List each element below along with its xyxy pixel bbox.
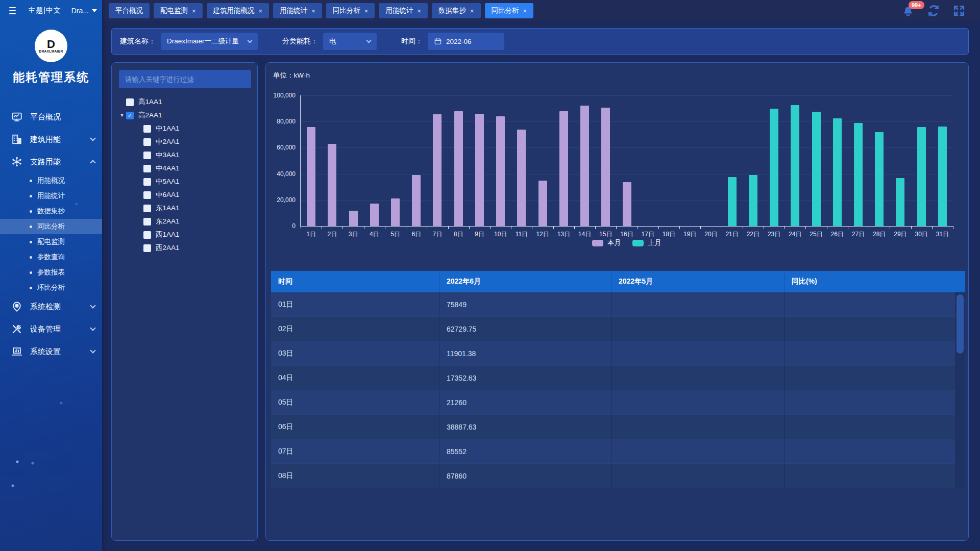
sidebar-subitem-参数报表[interactable]: 参数报表	[0, 265, 102, 280]
table-row[interactable]: 01日75849	[271, 292, 965, 317]
bar-本月-16日[interactable]	[623, 182, 631, 226]
sidebar-item-设备管理[interactable]: 设备管理	[0, 318, 102, 340]
bar-上月-23日[interactable]	[770, 109, 778, 226]
close-icon[interactable]: ×	[192, 8, 196, 14]
table-row[interactable]: 07日85552	[271, 439, 965, 464]
bar-本月-2日[interactable]	[328, 144, 336, 226]
bar-上月-22日[interactable]	[749, 175, 757, 226]
user-menu[interactable]: Dra...	[71, 7, 97, 15]
sidebar-item-支路用能[interactable]: 支路用能	[0, 151, 102, 173]
sidebar-subitem-用能概况[interactable]: 用能概况	[0, 173, 102, 188]
bar-本月-7日[interactable]	[433, 114, 442, 226]
bar-本月-1日[interactable]	[307, 127, 315, 226]
tree-node-中2AA1[interactable]: 中2AA1	[112, 135, 257, 148]
bar-上月-21日[interactable]	[728, 177, 737, 226]
bar-本月-13日[interactable]	[559, 111, 568, 226]
close-icon[interactable]: ×	[364, 8, 369, 14]
tree-expander-icon[interactable]: ▼	[118, 113, 126, 118]
sidebar-item-建筑用能[interactable]: 建筑用能	[0, 128, 102, 151]
sidebar-subitem-数据集抄[interactable]: 数据集抄	[0, 204, 102, 219]
tab-平台概况[interactable]: 平台概况	[109, 3, 150, 18]
checkbox-unchecked[interactable]	[126, 98, 134, 106]
theme-language-switch[interactable]: 主题|中文	[28, 6, 61, 15]
bar-上月-25日[interactable]	[812, 112, 821, 226]
bar-上月-24日[interactable]	[791, 105, 799, 226]
refresh-icon[interactable]	[927, 4, 940, 17]
checkbox-unchecked[interactable]	[143, 138, 151, 146]
tree-node-中3AA1[interactable]: 中3AA1	[112, 148, 257, 162]
bar-上月-27日[interactable]	[854, 123, 863, 226]
tree-node-中1AA1[interactable]: 中1AA1	[112, 122, 257, 135]
bar-上月-29日[interactable]	[896, 178, 904, 226]
bar-上月-31日[interactable]	[938, 127, 947, 226]
tab-同比分析[interactable]: 同比分析×	[485, 3, 534, 18]
checkbox-unchecked[interactable]	[143, 218, 151, 226]
checkbox-unchecked[interactable]	[143, 191, 151, 199]
bar-本月-4日[interactable]	[370, 204, 379, 226]
sidebar-subitem-参数查询[interactable]: 参数查询	[0, 249, 102, 265]
bar-上月-26日[interactable]	[833, 118, 842, 226]
checkbox-unchecked[interactable]	[143, 152, 151, 159]
bar-本月-3日[interactable]	[349, 211, 358, 226]
tree-search-input[interactable]	[119, 70, 251, 88]
close-icon[interactable]: ×	[523, 8, 527, 14]
checkbox-unchecked[interactable]	[143, 205, 151, 212]
tab-数据集抄[interactable]: 数据集抄×	[432, 3, 481, 18]
checkbox-unchecked[interactable]	[143, 244, 151, 252]
bar-上月-28日[interactable]	[875, 132, 884, 226]
bar-本月-6日[interactable]	[412, 175, 421, 226]
fullscreen-icon[interactable]	[952, 4, 966, 17]
bar-本月-9日[interactable]	[475, 114, 484, 226]
hamburger-menu-icon[interactable]	[9, 7, 16, 14]
sidebar-item-系统设置[interactable]: 系统设置	[0, 340, 102, 363]
close-icon[interactable]: ×	[311, 8, 315, 14]
table-scrollbar[interactable]	[955, 271, 965, 488]
sidebar-subitem-配电监测[interactable]: 配电监测	[0, 234, 102, 249]
tree-node-西2AA1[interactable]: 西2AA1	[112, 241, 257, 255]
notifications-bell-icon[interactable]: 99+	[901, 4, 915, 17]
table-row[interactable]: 04日17352.63	[271, 366, 965, 390]
table-row[interactable]: 05日21260	[271, 390, 965, 415]
table-row[interactable]: 03日11901.38	[271, 341, 965, 366]
bar-本月-12日[interactable]	[538, 181, 547, 226]
tab-配电监测[interactable]: 配电监测×	[154, 3, 203, 18]
building-select[interactable]: DraexImaier一二级计量	[161, 33, 258, 50]
sidebar-item-系统检测[interactable]: 系统检测	[0, 295, 102, 318]
checkbox-unchecked[interactable]	[143, 125, 151, 133]
table-row[interactable]: 06日38887.63	[271, 415, 965, 439]
bar-本月-14日[interactable]	[580, 106, 589, 226]
bar-本月-5日[interactable]	[391, 198, 400, 226]
checkbox-unchecked[interactable]	[143, 178, 151, 186]
table-scrollbar-thumb[interactable]	[957, 294, 964, 354]
tree-node-高2AA1[interactable]: ▼✓高2AA1	[112, 109, 257, 122]
tree-node-中6AA1[interactable]: 中6AA1	[112, 188, 257, 202]
checkbox-unchecked[interactable]	[143, 231, 151, 239]
bar-本月-10日[interactable]	[496, 116, 505, 226]
close-icon[interactable]: ×	[417, 8, 421, 14]
close-icon[interactable]: ×	[259, 8, 263, 14]
energy-type-select[interactable]: 电	[323, 33, 377, 50]
bar-上月-30日[interactable]	[917, 127, 926, 226]
tab-同比分析[interactable]: 同比分析×	[326, 3, 375, 18]
close-icon[interactable]: ×	[470, 8, 474, 14]
legend-item-上月[interactable]: 上月	[632, 238, 662, 247]
tree-node-中4AA1[interactable]: 中4AA1	[112, 162, 257, 175]
table-row[interactable]: 02日62729.75	[271, 317, 965, 341]
table-row[interactable]: 08日87860	[271, 464, 965, 488]
bar-本月-8日[interactable]	[454, 111, 463, 226]
sidebar-subitem-环比分析[interactable]: 环比分析	[0, 280, 102, 295]
sidebar-subitem-同比分析[interactable]: 同比分析	[0, 219, 102, 234]
tree-node-高1AA1[interactable]: 高1AA1	[112, 95, 257, 109]
legend-item-本月[interactable]: 本月	[592, 238, 621, 247]
tree-node-西1AA1[interactable]: 西1AA1	[112, 228, 257, 241]
sidebar-subitem-用能统计[interactable]: 用能统计	[0, 188, 102, 204]
tree-node-中5AA1[interactable]: 中5AA1	[112, 175, 257, 188]
checkbox-checked[interactable]: ✓	[126, 112, 134, 119]
tab-建筑用能概况[interactable]: 建筑用能概况×	[207, 3, 270, 18]
checkbox-unchecked[interactable]	[143, 165, 151, 172]
bar-本月-11日[interactable]	[517, 130, 526, 226]
sidebar-item-平台概况[interactable]: 平台概况	[0, 106, 102, 128]
tree-node-东1AA1[interactable]: 东1AA1	[112, 202, 257, 215]
tab-用能统计[interactable]: 用能统计×	[379, 3, 428, 18]
bar-本月-15日[interactable]	[601, 108, 610, 226]
